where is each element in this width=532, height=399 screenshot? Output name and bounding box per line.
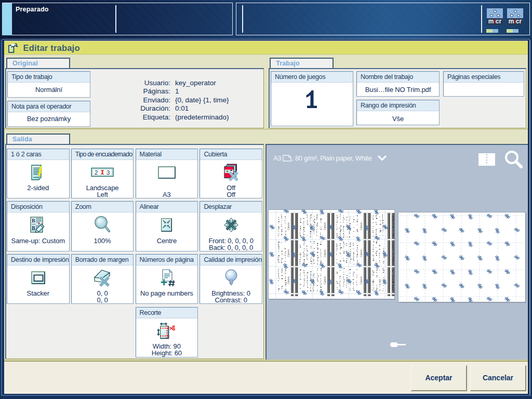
svg-text:Canon: Canon <box>323 276 326 284</box>
svg-text:3: 3 <box>107 169 110 176</box>
svg-text:B: B <box>32 218 35 223</box>
svg-text:Canon: Canon <box>360 249 363 257</box>
svg-text:2: 2 <box>95 169 98 176</box>
svg-text:Canon: Canon <box>360 222 363 230</box>
svg-text:Canon: Canon <box>360 276 363 284</box>
svg-text:Canon: Canon <box>323 222 326 230</box>
svg-text:Canon: Canon <box>287 249 290 257</box>
svg-text:Canon: Canon <box>287 222 290 230</box>
svg-text:Canon: Canon <box>287 276 290 284</box>
svg-text:Canon: Canon <box>323 249 326 257</box>
svg-text:B: B <box>32 225 35 231</box>
